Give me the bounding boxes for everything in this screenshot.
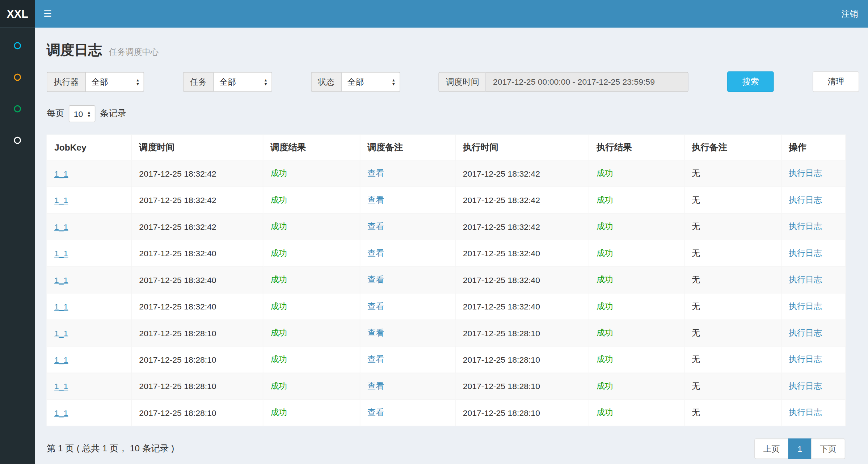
execution-log-link[interactable]: 执行日志 (789, 301, 822, 311)
jobkey-link[interactable]: 1_1 (54, 249, 68, 258)
trigger-msg-link[interactable]: 查看 (367, 275, 384, 284)
search-button[interactable]: 搜索 (727, 71, 774, 92)
prev-page-button[interactable]: 上页 (754, 439, 789, 459)
trigger-time-cell: 2017-12-25 18:32:42 (139, 169, 216, 178)
handle-msg-cell: 无 (692, 408, 700, 417)
trigger-time-range-input[interactable] (486, 72, 688, 92)
table-row: 1_12017-12-25 18:32:42成功查看2017-12-25 18:… (47, 187, 846, 213)
trigger-time-cell: 2017-12-25 18:28:10 (139, 328, 216, 338)
jobkey-link[interactable]: 1_1 (54, 275, 68, 284)
execution-log-link[interactable]: 执行日志 (789, 354, 822, 364)
handle-msg-cell: 无 (692, 168, 700, 178)
jobkey-link[interactable]: 1_1 (54, 222, 68, 231)
trigger-msg-link[interactable]: 查看 (367, 195, 384, 204)
handle-result-cell: 成功 (597, 408, 613, 417)
trigger-time-filter-label: 调度时间 (439, 72, 486, 92)
table-row: 1_12017-12-25 18:28:10成功查看2017-12-25 18:… (47, 320, 846, 346)
jobkey-link[interactable]: 1_1 (54, 328, 68, 338)
handle-time-cell: 2017-12-25 18:28:10 (463, 408, 540, 417)
jobkey-link[interactable]: 1_1 (54, 169, 68, 178)
job-filter-select[interactable]: 全部 (213, 72, 272, 92)
logout-link[interactable]: 注销 (831, 0, 868, 28)
sidebar-item-3[interactable] (0, 93, 35, 125)
log-table-body: 1_12017-12-25 18:32:42成功查看2017-12-25 18:… (47, 160, 846, 426)
page-title: 调度日志 (47, 41, 102, 59)
column-header-trigger-msg: 调度备注 (360, 135, 455, 160)
jobkey-link[interactable]: 1_1 (54, 195, 68, 205)
execution-log-link[interactable]: 执行日志 (789, 248, 822, 257)
executor-filter-select[interactable]: 全部 (85, 72, 144, 92)
jobkey-link[interactable]: 1_1 (54, 302, 68, 311)
table-header-row: JobKey 调度时间 调度结果 调度备注 执行时间 执行结果 执行备注 操作 (47, 135, 846, 160)
handle-result-cell: 成功 (597, 248, 613, 257)
table-row: 1_12017-12-25 18:28:10成功查看2017-12-25 18:… (47, 373, 846, 399)
trigger-msg-link[interactable]: 查看 (367, 328, 384, 337)
jobkey-link[interactable]: 1_1 (54, 381, 68, 391)
trigger-result-cell: 成功 (270, 354, 287, 364)
page-size-select[interactable]: 10 (69, 105, 96, 122)
handle-time-cell: 2017-12-25 18:32:40 (463, 302, 540, 311)
trigger-time-cell: 2017-12-25 18:32:40 (139, 275, 216, 284)
trigger-msg-link[interactable]: 查看 (367, 354, 384, 364)
jobkey-link[interactable]: 1_1 (54, 408, 68, 417)
trigger-time-cell: 2017-12-25 18:32:42 (139, 195, 216, 205)
execution-log-link[interactable]: 执行日志 (789, 381, 822, 391)
trigger-result-cell: 成功 (270, 408, 287, 417)
execution-log-link[interactable]: 执行日志 (789, 195, 822, 204)
trigger-result-cell: 成功 (270, 381, 287, 391)
app-logo[interactable]: XXL (0, 0, 35, 28)
trigger-msg-link[interactable]: 查看 (367, 248, 384, 257)
trigger-result-cell: 成功 (270, 275, 287, 284)
trigger-time-cell: 2017-12-25 18:32:42 (139, 222, 216, 231)
trigger-result-cell: 成功 (270, 328, 287, 337)
executor-filter-label: 执行器 (47, 72, 85, 92)
table-row: 1_12017-12-25 18:32:42成功查看2017-12-25 18:… (47, 214, 846, 240)
trigger-result-cell: 成功 (270, 222, 287, 231)
handle-result-cell: 成功 (597, 301, 613, 311)
column-header-action: 操作 (781, 135, 846, 160)
execution-log-link[interactable]: 执行日志 (789, 168, 822, 178)
trigger-msg-link[interactable]: 查看 (367, 168, 384, 178)
handle-time-cell: 2017-12-25 18:28:10 (463, 355, 540, 364)
handle-result-cell: 成功 (597, 354, 613, 364)
column-header-handle-time: 执行时间 (455, 135, 589, 160)
execution-log-link[interactable]: 执行日志 (789, 328, 822, 337)
trigger-msg-link[interactable]: 查看 (367, 301, 384, 311)
trigger-msg-link[interactable]: 查看 (367, 381, 384, 391)
execution-log-link[interactable]: 执行日志 (789, 408, 822, 417)
trigger-msg-link[interactable]: 查看 (367, 222, 384, 231)
clear-button[interactable]: 清理 (813, 71, 859, 92)
trigger-msg-link[interactable]: 查看 (367, 408, 384, 417)
current-page-button[interactable]: 1 (788, 439, 812, 459)
trigger-time-cell: 2017-12-25 18:32:40 (139, 249, 216, 258)
execution-log-link[interactable]: 执行日志 (789, 275, 822, 284)
handle-msg-cell: 无 (692, 301, 700, 311)
page-size-prefix-label: 每页 (47, 108, 64, 119)
status-filter-select[interactable]: 全部 (341, 72, 400, 92)
executor-filter-group: 执行器 全部 (47, 72, 144, 92)
sidebar-item-4[interactable] (0, 125, 35, 156)
sidebar-nav (0, 28, 35, 464)
trigger-result-cell: 成功 (270, 248, 287, 257)
trigger-time-cell: 2017-12-25 18:28:10 (139, 381, 216, 391)
handle-result-cell: 成功 (597, 168, 613, 178)
sidebar-item-1[interactable] (0, 30, 35, 62)
table-row: 1_12017-12-25 18:28:10成功查看2017-12-25 18:… (47, 346, 846, 373)
next-page-button[interactable]: 下页 (811, 439, 845, 459)
trigger-result-cell: 成功 (270, 301, 287, 311)
page-size-suffix-label: 条记录 (100, 108, 127, 119)
trigger-time-filter-group: 调度时间 (439, 72, 689, 92)
execution-log-link[interactable]: 执行日志 (789, 222, 822, 231)
table-row: 1_12017-12-25 18:32:42成功查看2017-12-25 18:… (47, 160, 846, 187)
handle-result-cell: 成功 (597, 381, 613, 391)
sidebar-toggle-icon[interactable] (35, 0, 60, 28)
circle-icon (14, 73, 21, 81)
jobkey-link[interactable]: 1_1 (54, 355, 68, 364)
column-header-trigger-time: 调度时间 (132, 135, 263, 160)
table-row: 1_12017-12-25 18:32:40成功查看2017-12-25 18:… (47, 240, 846, 266)
handle-msg-cell: 无 (692, 328, 700, 337)
column-header-trigger-result: 调度结果 (263, 135, 360, 160)
log-table: JobKey 调度时间 调度结果 调度备注 执行时间 执行结果 执行备注 操作 … (47, 135, 846, 426)
sidebar-item-2[interactable] (0, 62, 35, 93)
handle-time-cell: 2017-12-25 18:32:42 (463, 195, 540, 205)
